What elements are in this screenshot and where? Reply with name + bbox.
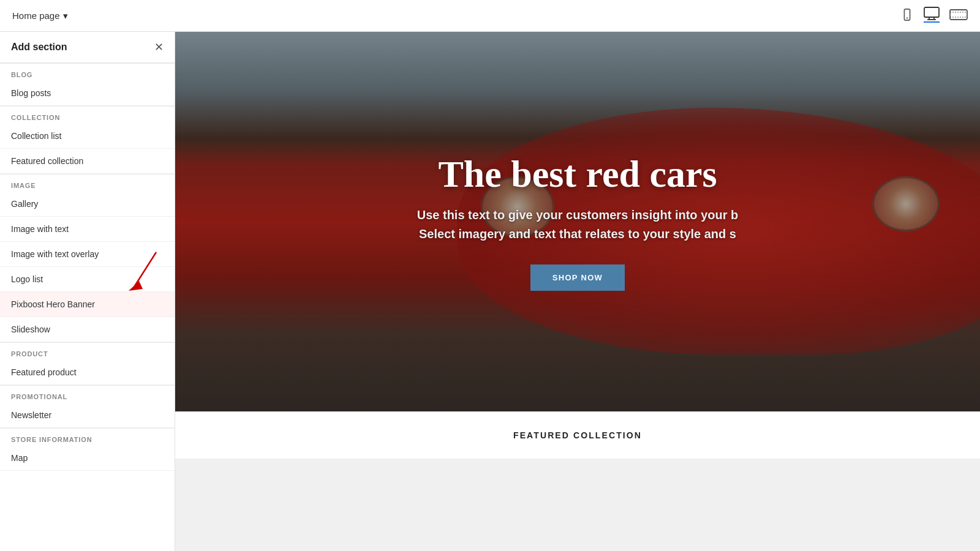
sidebar-header: Add section ✕ [0,32,175,63]
sidebar-item-newsletter[interactable]: Newsletter [0,403,175,428]
collection-list-label: Collection list [11,131,61,141]
hero-subtitle-2: Select imagery and text that relates to … [419,227,736,241]
sidebar-item-pixboost-hero-banner[interactable]: Pixboost Hero Banner [0,292,175,317]
featured-product-label: Featured product [11,367,77,377]
sidebar-item-logo-list[interactable]: Logo list [0,267,175,292]
mobile-view-button[interactable] [900,8,914,23]
sidebar-item-featured-collection[interactable]: Featured collection [0,149,175,174]
main-layout: Add section ✕ BLOG Blog posts COLLECTION… [0,32,980,551]
hero-section: The best red cars Use this text to give … [175,32,980,411]
header-right [900,7,968,25]
gallery-label: Gallery [11,199,38,209]
sidebar-item-collection-list[interactable]: Collection list [0,124,175,149]
sidebar-title: Add section [11,42,67,53]
view-icons-group [900,7,968,25]
page-selector[interactable]: Home page ▾ [12,10,68,21]
sidebar-item-image-with-text-overlay[interactable]: Image with text overlay [0,242,175,267]
blog-posts-label: Blog posts [11,88,51,98]
svg-rect-2 [924,7,939,17]
category-collection: COLLECTION [0,106,175,124]
featured-collection-label: Featured collection [11,156,83,166]
category-image: IMAGE [0,174,175,192]
image-with-text-overlay-label: Image with text overlay [11,249,99,259]
newsletter-label: Newsletter [11,410,51,420]
map-label: Map [11,453,28,463]
page-preview: The best red cars Use this text to give … [175,32,980,551]
featured-collection-section: FEATURED COLLECTION [175,411,980,459]
header-left: Home page ▾ [12,10,68,21]
hero-subtitle-1: Use this text to give your customers ins… [417,208,739,222]
hero-shop-now-button[interactable]: SHOP NOW [530,264,625,291]
sidebar-item-map[interactable]: Map [0,446,175,471]
sidebar-item-blog-posts[interactable]: Blog posts [0,81,175,106]
category-store-information: STORE INFORMATION [0,428,175,446]
sidebar-item-gallery[interactable]: Gallery [0,192,175,217]
category-promotional: PROMOTIONAL [0,385,175,403]
slideshow-label: Slideshow [11,324,50,334]
logo-list-label: Logo list [11,274,43,284]
chevron-down-icon: ▾ [63,10,68,21]
hero-content: The best red cars Use this text to give … [175,32,980,411]
preview-content: The best red cars Use this text to give … [175,32,980,551]
svg-rect-6 [950,10,967,20]
sidebar-item-featured-product[interactable]: Featured product [0,360,175,385]
category-blog: BLOG [0,63,175,81]
pixboost-hero-banner-label: Pixboost Hero Banner [11,299,95,309]
sidebar-item-slideshow[interactable]: Slideshow [0,317,175,342]
widescreen-view-button[interactable] [949,8,968,23]
close-button[interactable]: ✕ [154,40,164,54]
app-header: Home page ▾ [0,0,980,32]
desktop-view-button[interactable] [924,7,940,23]
featured-collection-heading: FEATURED COLLECTION [194,430,962,440]
sidebar-item-image-with-text[interactable]: Image with text [0,217,175,242]
page-label: Home page [12,10,60,21]
hero-title: The best red cars [438,152,717,196]
category-product: PRODUCT [0,342,175,360]
add-section-sidebar: Add section ✕ BLOG Blog posts COLLECTION… [0,32,175,551]
image-with-text-label: Image with text [11,224,69,234]
